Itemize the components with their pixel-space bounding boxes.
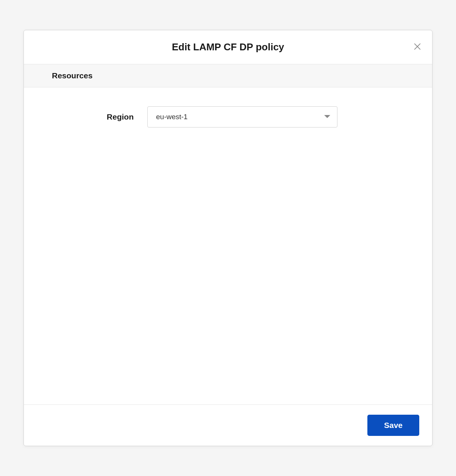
region-select-wrap: eu-west-1 [147,106,337,128]
section-header-resources: Resources [24,64,432,87]
region-label: Region [47,112,134,121]
region-row: Region eu-west-1 [47,106,409,128]
edit-policy-modal: Edit LAMP CF DP policy Resources Region … [23,30,433,446]
close-button[interactable] [412,42,423,53]
region-select-value: eu-west-1 [156,113,187,121]
modal-header: Edit LAMP CF DP policy [24,30,432,64]
close-icon [413,42,422,52]
modal-title: Edit LAMP CF DP policy [172,41,284,53]
region-select[interactable]: eu-west-1 [147,106,337,128]
modal-content: Region eu-west-1 [24,87,432,404]
modal-footer: Save [24,404,432,446]
save-button[interactable]: Save [367,415,419,436]
